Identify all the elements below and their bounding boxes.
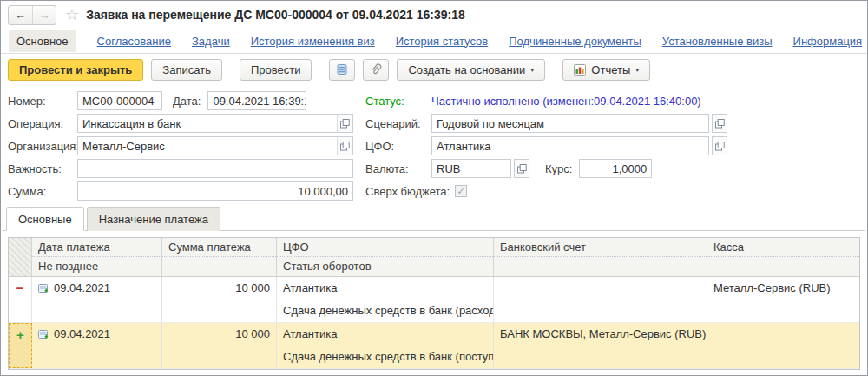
save-button[interactable]: Записать xyxy=(151,59,222,81)
table-row[interactable]: + 09.04.2021 10 000 xyxy=(9,323,859,369)
document-window: ← → ☆ Заявка на перемещение ДС МС00-0000… xyxy=(0,0,868,376)
header-bank-account: Банковский счет xyxy=(494,238,707,276)
amount-field[interactable]: 10 000,00 xyxy=(77,181,353,201)
currency-label: Валюта: xyxy=(365,162,431,175)
cell-cfo[interactable]: Атлантика Сдача денежных средств в банк … xyxy=(277,323,494,368)
header-cfo-label: ЦФО xyxy=(277,238,493,257)
number-field[interactable]: МС00-000004 xyxy=(77,91,162,110)
section-nav: Основное Согласование Задачи История изм… xyxy=(1,29,867,54)
register-records-button[interactable] xyxy=(329,59,355,81)
report-chart-icon xyxy=(574,64,586,76)
create-based-on-button[interactable]: Создать на основании ▾ xyxy=(397,59,545,81)
cfo-value: Атлантика xyxy=(283,323,337,346)
tab-main-lines[interactable]: Основные xyxy=(6,207,84,231)
scenario-field[interactable]: Годовой по месяцам xyxy=(431,114,709,133)
page-title: Заявка на перемещение ДС МС00-000004 от … xyxy=(86,8,465,22)
bank-account-value: БАНК МОСКВЫ, Металл-Сервис (RUB) xyxy=(500,323,706,346)
header-payment-date: Дата платежа Не позднее xyxy=(32,238,162,276)
header-payment-date-label: Дата платежа xyxy=(32,238,161,257)
detail-tabs: Основные Назначение платежа xyxy=(1,204,867,230)
organization-open-button[interactable] xyxy=(337,137,352,155)
open-icon xyxy=(340,119,350,129)
amount-value: 10 000,00 xyxy=(82,185,348,198)
over-budget-label: Сверх бюджета: xyxy=(365,185,450,198)
cell-bank-account[interactable]: БАНК МОСКВЫ, Металл-Сервис (RUB) xyxy=(494,323,707,368)
register-records-icon xyxy=(337,63,347,76)
cell-payment-amount[interactable]: 10 000 xyxy=(162,277,277,322)
post-button[interactable]: Провести xyxy=(240,59,312,81)
status-value[interactable]: Частично исполнено (изменен:09.04.2021 1… xyxy=(431,95,701,108)
row-marker-cell[interactable]: + xyxy=(9,323,32,368)
back-button[interactable]: ← xyxy=(9,6,32,24)
nav-tab-main[interactable]: Основное xyxy=(9,30,76,52)
turnover-item-value: Сдача денежных средств в банк (расходова… xyxy=(283,300,493,322)
row-marker-cell[interactable]: − xyxy=(9,277,32,322)
back-arrow-icon: ← xyxy=(15,9,26,22)
scenario-open-button[interactable] xyxy=(712,114,727,133)
table-row[interactable]: − 09.04.2021 10 000 xyxy=(9,277,859,323)
cell-cash-office[interactable] xyxy=(707,323,859,368)
cell-payment-date[interactable]: 09.04.2021 xyxy=(32,277,162,322)
nav-tab-tasks[interactable]: Задачи xyxy=(192,35,230,48)
reports-button[interactable]: Отчеты ▾ xyxy=(562,59,650,81)
tab-payment-purpose[interactable]: Назначение платежа xyxy=(87,207,220,231)
header-cash-office: Касса xyxy=(707,238,859,276)
chevron-down-icon: ▾ xyxy=(530,66,534,74)
open-icon xyxy=(517,164,527,174)
payment-date-value: 09.04.2021 xyxy=(54,277,110,300)
attachments-button[interactable] xyxy=(363,59,389,81)
operation-open-button[interactable] xyxy=(337,115,352,132)
currency-value: RUB xyxy=(437,162,506,175)
scenario-value: Годовой по месяцам xyxy=(437,117,704,130)
post-and-close-button[interactable]: Провести и закрыть xyxy=(8,59,143,81)
rate-field[interactable]: 1,0000 xyxy=(579,159,652,178)
nav-tab-set-visas[interactable]: Установленные визы xyxy=(662,35,773,48)
cell-bank-account[interactable] xyxy=(494,277,707,322)
operation-label: Операция: xyxy=(8,117,77,130)
nav-tab-information[interactable]: Информация xyxy=(793,35,863,48)
cell-cash-office[interactable]: Металл-Сервис (RUB) xyxy=(707,277,859,322)
organization-value: Металл-Сервис xyxy=(82,140,333,153)
document-header-form: Номер: МС00-000004 Дата: 09.04.2021 16:3… xyxy=(1,85,867,204)
status-label: Статус: xyxy=(365,95,431,108)
cell-payment-amount[interactable]: 10 000 xyxy=(162,323,277,368)
cash-office-value: Металл-Сервис (RUB) xyxy=(713,277,831,300)
nav-tab-subordinate-docs[interactable]: Подчиненные документы xyxy=(509,35,641,48)
create-based-on-label: Создать на основании xyxy=(408,63,525,76)
cfo-value: Атлантика xyxy=(437,140,704,153)
header-cfo: ЦФО Статья оборотов xyxy=(277,238,494,276)
header-turnover-item-label: Статья оборотов xyxy=(277,257,493,276)
cfo-open-button[interactable] xyxy=(712,136,727,155)
header-no-later-label: Не позднее xyxy=(32,257,161,276)
cell-cfo[interactable]: Атлантика Сдача денежных средств в банк … xyxy=(277,277,494,322)
nav-tab-visa-history[interactable]: История изменения виз xyxy=(251,35,375,48)
history-nav: ← → xyxy=(8,5,56,25)
payment-date-value: 09.04.2021 xyxy=(54,323,110,346)
importance-field[interactable] xyxy=(77,159,353,178)
nav-tab-approval[interactable]: Согласование xyxy=(97,35,171,48)
open-icon xyxy=(715,119,725,129)
row-deleted-marker-icon: − xyxy=(16,280,24,295)
check-icon: ✓ xyxy=(457,186,465,196)
date-label: Дата: xyxy=(173,95,201,108)
organization-label: Организация: xyxy=(8,140,77,153)
organization-field[interactable]: Металл-Сервис xyxy=(77,136,353,155)
date-field[interactable]: 09.04.2021 16:39:18 xyxy=(207,91,306,110)
cfo-field[interactable]: Атлантика xyxy=(431,136,709,155)
importance-label: Важность: xyxy=(8,162,77,175)
forward-button[interactable]: → xyxy=(32,6,56,24)
favorite-star-icon[interactable]: ☆ xyxy=(65,7,79,23)
toolbar: Провести и закрыть Записать Провести Соз… xyxy=(1,54,867,85)
chevron-down-icon: ▾ xyxy=(635,66,639,74)
cfo-label: ЦФО: xyxy=(365,140,431,153)
operation-field[interactable]: Инкассация в банк xyxy=(77,114,353,133)
scenario-label: Сценарий: xyxy=(365,117,431,130)
nav-tab-status-history[interactable]: История статусов xyxy=(396,35,489,48)
header-payment-amount: Сумма платежа xyxy=(162,238,277,276)
cell-payment-date[interactable]: 09.04.2021 xyxy=(32,323,162,368)
currency-field[interactable]: RUB xyxy=(431,159,511,178)
currency-open-button[interactable] xyxy=(514,159,529,178)
operation-value: Инкассация в банк xyxy=(82,117,333,130)
header-marker-column xyxy=(9,238,32,276)
header-cash-office-label: Касса xyxy=(707,238,859,257)
